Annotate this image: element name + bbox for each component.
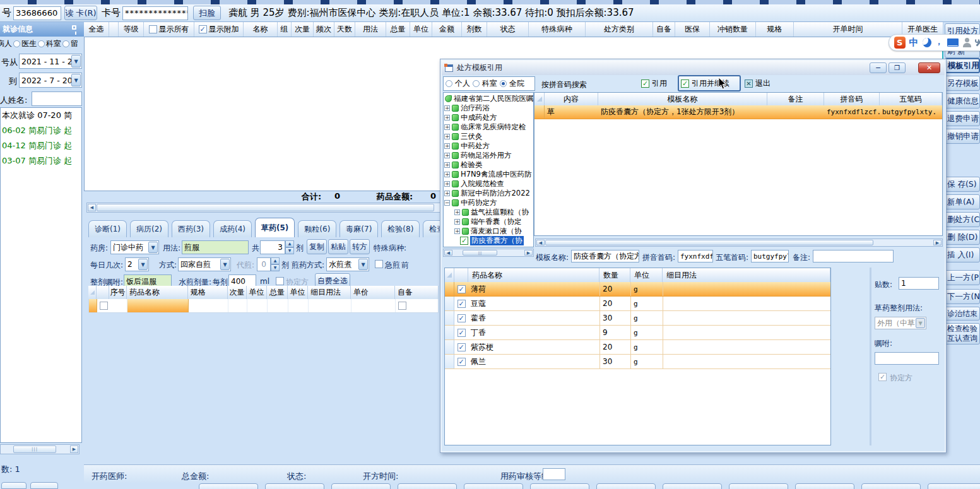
expand-icon[interactable]: +	[454, 219, 460, 225]
method-dropdown[interactable]: ▼	[220, 259, 230, 270]
date-from-dropdown[interactable]: ▼	[71, 55, 81, 68]
rx-col-price[interactable]: 单价	[351, 286, 395, 299]
save-template-button[interactable]: 另存模板	[945, 76, 980, 91]
scroll-right-arrow[interactable]: ▶	[70, 445, 78, 453]
expand-icon[interactable]: +	[444, 143, 450, 149]
tab-lab[interactable]: 检验(8)	[381, 220, 420, 237]
partial-button[interactable]	[1, 482, 27, 489]
card-no-input[interactable]: **************	[122, 6, 188, 20]
save-button[interactable]: 保 存(S)	[945, 177, 980, 192]
tab-herbal[interactable]: 草药(5)	[255, 218, 295, 237]
scroll-right-arrow[interactable]: ▶	[933, 240, 942, 245]
rx-col-usage[interactable]: 细目用法	[308, 286, 351, 299]
drug-row-selected[interactable]: ✓ 薄荷 20 g	[445, 282, 830, 297]
health-info-button[interactable]: 健康信息	[945, 93, 980, 109]
expand-icon[interactable]: +	[444, 172, 450, 177]
tab-narcotic[interactable]: 毒麻(7)	[339, 220, 378, 237]
expand-icon[interactable]: +	[444, 191, 450, 196]
expand-icon[interactable]: +	[444, 134, 450, 139]
expand-icon[interactable]: +	[444, 162, 450, 168]
visit-item[interactable]: 06-02 简易门诊 起	[1, 123, 81, 138]
new-order-button[interactable]: 新单(A)	[945, 194, 980, 209]
tab-granule[interactable]: 颗粒(6)	[298, 220, 336, 237]
radio-personal[interactable]	[446, 80, 452, 87]
tree-root[interactable]: 福建省第二人民医院医嘱	[444, 94, 533, 103]
scroll-thumb[interactable]: |||	[13, 445, 56, 453]
partial-button[interactable]	[928, 483, 980, 489]
partial-button[interactable]	[398, 483, 457, 489]
audit-level-input[interactable]	[543, 468, 565, 480]
drug-checkbox[interactable]: ✓	[458, 300, 466, 308]
drug-row[interactable]: ✓ 藿香 30 g	[445, 311, 830, 326]
col-group[interactable]: 组	[278, 22, 292, 37]
tt-col-name[interactable]: 模板名称	[598, 93, 767, 105]
tab-record[interactable]: 病历(2)	[130, 220, 168, 237]
template-row-selected[interactable]: 草 防疫香囊方（协定方，1张处方限开3剂） fyxnfxdflzcf... bu…	[534, 105, 942, 119]
visit-list-hscrollbar[interactable]: ||| ▶	[0, 444, 80, 454]
cite-continue-button[interactable]: ✓引用并继续	[678, 75, 741, 91]
rx-col-self[interactable]: 自备	[395, 286, 439, 299]
patient-name-input[interactable]	[32, 91, 82, 106]
pharmacy-combo[interactable]: 门诊中药▼	[110, 240, 159, 254]
partial-button[interactable]	[530, 483, 589, 489]
col-amount[interactable]: 金额	[432, 22, 462, 37]
dialog-maximize-button[interactable]: ❐	[888, 62, 906, 73]
tree-item-expanded[interactable]: −中药协定方	[444, 198, 533, 208]
ime-moon-icon[interactable]	[923, 38, 931, 47]
template-cite-button[interactable]: 模板引用	[945, 58, 980, 73]
col-spec[interactable]: 规格	[756, 22, 794, 37]
tt-col-note[interactable]: 备注	[767, 93, 824, 105]
urgent-checkbox[interactable]	[375, 260, 383, 268]
drug-checkbox[interactable]: ✓	[458, 343, 466, 351]
partial-button[interactable]	[265, 483, 324, 489]
advice-input[interactable]	[875, 352, 939, 365]
daily-times-dropdown[interactable]: ▼	[138, 259, 148, 270]
dt-col-usage[interactable]: 细目用法	[663, 268, 830, 282]
paste-button[interactable]: 粘贴	[328, 239, 348, 254]
herbal-usage-dropdown[interactable]: ▼	[916, 318, 925, 328]
rx-col-seq[interactable]: 序号	[109, 286, 127, 299]
proxy-decoct-input[interactable]: 0	[257, 257, 271, 271]
partial-button[interactable]	[729, 483, 788, 489]
dt-col-qty[interactable]: 数量	[599, 268, 630, 282]
partial-button[interactable]	[596, 483, 656, 489]
tt-col-content[interactable]: 内容	[545, 93, 598, 105]
drug-checkbox[interactable]: ✓	[458, 314, 466, 322]
col-usage[interactable]: 用法	[355, 22, 386, 37]
self-pay-checkbox[interactable]	[398, 302, 406, 310]
refund-request-button[interactable]: 退费申请	[945, 111, 980, 126]
tab-patent[interactable]: 成药(4)	[213, 220, 252, 237]
rx-col-total[interactable]: 总量	[267, 286, 288, 299]
ime-wrench-icon[interactable]	[974, 38, 980, 47]
daily-times-combo[interactable]: 2▼	[125, 257, 149, 271]
template-name-input[interactable]: 防疫香囊方（协定方，	[571, 250, 639, 262]
scroll-thumb[interactable]	[545, 240, 873, 245]
dt-col-drug[interactable]: 药品名称	[468, 268, 599, 282]
transfer-button[interactable]: 转方	[350, 239, 370, 254]
expand-icon[interactable]: +	[454, 228, 460, 234]
tt-col-pinyin[interactable]: 拼音码	[824, 93, 880, 105]
next-rx-button[interactable]: 下一方(N)	[945, 289, 980, 304]
col-jishu[interactable]: 剂数	[462, 22, 487, 37]
herbal-usage-combo[interactable]: 外用（中草▼	[875, 317, 926, 329]
radio-department[interactable]	[473, 80, 480, 87]
stepper-up[interactable]: ▲	[271, 257, 280, 264]
expand-icon[interactable]: +	[444, 105, 450, 111]
show-extra-checkbox[interactable]: ✓	[199, 25, 207, 33]
collapse-icon[interactable]: −	[444, 200, 450, 206]
drug-row[interactable]: ✓ 佩兰 30 g	[445, 355, 830, 369]
tree-child-item[interactable]: +益气祛瘟颗粒（协	[444, 208, 533, 217]
reg-no-input[interactable]: 33686660	[13, 6, 61, 20]
date-to-input[interactable]: 2022 - 7 - 20▼	[19, 73, 82, 88]
dialog-titlebar[interactable]: 处方模板引用 ─ ❐ ✕	[442, 61, 945, 75]
radio-doctor[interactable]	[38, 40, 45, 47]
visit-item-current[interactable]: 本次就诊 07-20 简	[1, 108, 81, 123]
tree-item[interactable]: +H7N9禽流感中医药防	[444, 170, 533, 179]
drug-row[interactable]: ✓ 丁香 9 g	[445, 326, 830, 340]
col-select-all[interactable]: 全选	[84, 22, 109, 37]
scroll-thumb[interactable]	[97, 204, 434, 211]
partial-button[interactable]	[464, 483, 523, 489]
xieding-checkbox[interactable]: ✓	[878, 373, 887, 381]
cancel-request-button[interactable]: 撤销申请	[945, 129, 980, 144]
ime-user-icon[interactable]	[962, 38, 971, 47]
